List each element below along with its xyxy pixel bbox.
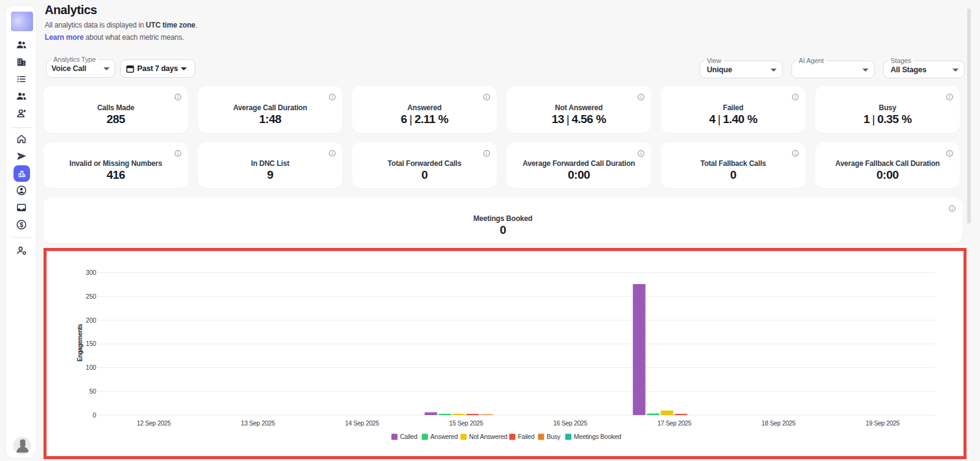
svg-text:16 Sep 2025: 16 Sep 2025 [553, 419, 587, 427]
svg-text:250: 250 [86, 293, 96, 300]
svg-text:Failed: Failed [518, 433, 535, 440]
svg-text:Called: Called [400, 433, 418, 440]
svg-text:300: 300 [86, 269, 96, 276]
svg-text:Answered: Answered [431, 433, 458, 440]
svg-text:Not Answered: Not Answered [469, 433, 508, 440]
svg-text:$: $ [20, 222, 23, 228]
svg-text:19 Sep 2025: 19 Sep 2025 [865, 419, 900, 427]
svg-text:150: 150 [86, 340, 96, 347]
svg-text:15 Sep 2025: 15 Sep 2025 [449, 419, 483, 427]
svg-text:100: 100 [86, 364, 96, 371]
svg-text:0: 0 [92, 411, 96, 419]
svg-text:Meetings Booked: Meetings Booked [574, 433, 622, 440]
svg-text:12 Sep 2025: 12 Sep 2025 [137, 419, 171, 427]
svg-text:200: 200 [86, 317, 96, 324]
svg-text:13 Sep 2025: 13 Sep 2025 [241, 419, 275, 427]
svg-text:Engagements: Engagements [77, 324, 83, 362]
svg-text:18 Sep 2025: 18 Sep 2025 [761, 419, 796, 427]
svg-text:50: 50 [89, 388, 97, 395]
svg-text:Busy: Busy [546, 433, 560, 440]
svg-text:17 Sep 2025: 17 Sep 2025 [657, 419, 692, 427]
svg-text:14 Sep 2025: 14 Sep 2025 [345, 419, 379, 427]
